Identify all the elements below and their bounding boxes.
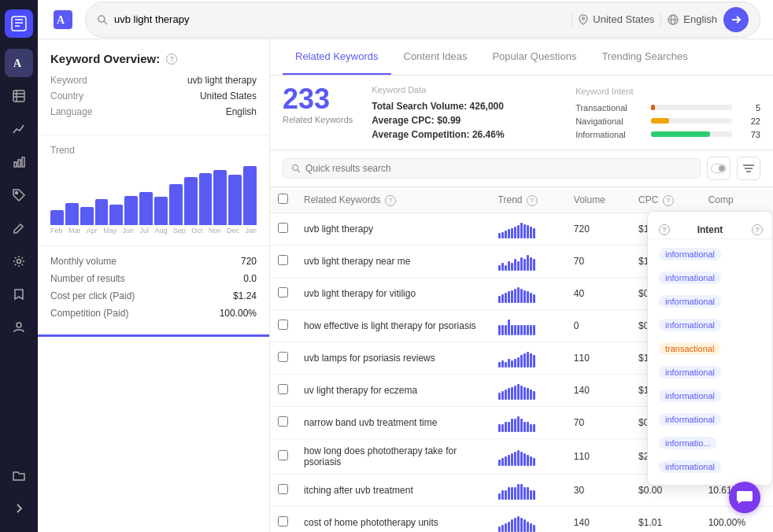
keyword-cell: itching after uvb treatment	[296, 475, 490, 507]
svg-line-24	[298, 170, 301, 173]
mini-bar	[527, 388, 529, 400]
dropdown-intent-item[interactable]: informatio...	[648, 431, 772, 455]
mini-bar	[511, 228, 513, 238]
tab-popular-questions[interactable]: Popular Questions	[479, 39, 589, 75]
kw-avg-competition: Average Competition: 26.46%	[372, 129, 557, 140]
col-keyword-info-icon[interactable]: ?	[385, 195, 396, 206]
svg-text:A: A	[57, 14, 65, 26]
chat-button[interactable]	[729, 482, 760, 513]
mini-bar	[517, 484, 520, 500]
location-selector[interactable]: United States	[579, 13, 654, 25]
keyword-search-input[interactable]	[114, 13, 565, 25]
row-checkbox[interactable]	[278, 287, 288, 297]
dropdown-intent-item[interactable]: informational	[648, 384, 772, 408]
sidebar-item-graph[interactable]	[5, 148, 33, 176]
dropdown-close-icon[interactable]: ?	[752, 224, 763, 235]
dropdown-intent-item[interactable]: informational	[648, 408, 772, 431]
kw-value-language: English	[226, 106, 257, 117]
mini-bar	[505, 390, 507, 400]
sidebar-item-users[interactable]	[5, 313, 33, 342]
quick-search-input[interactable]	[305, 163, 692, 174]
sidebar-item-edit[interactable]	[5, 214, 33, 242]
mini-bar	[511, 487, 513, 500]
tab-content-ideas[interactable]: Content Ideas	[391, 39, 480, 75]
row-checkbox[interactable]	[278, 223, 288, 233]
mini-bar	[511, 360, 513, 368]
row-checkbox[interactable]	[278, 255, 288, 265]
mini-bar	[505, 325, 507, 335]
mini-bar	[508, 359, 510, 368]
row-checkbox[interactable]	[278, 516, 288, 526]
trend-cell	[490, 507, 566, 533]
arrow-right-icon	[730, 14, 742, 25]
mini-bar	[508, 261, 510, 272]
mini-bar	[517, 450, 520, 466]
mini-bar	[508, 522, 510, 532]
row-checkbox[interactable]	[278, 450, 288, 460]
mini-bar	[511, 419, 513, 432]
sidebar-item-bookmark[interactable]	[5, 280, 33, 308]
kw-total-search-volume: Total Search Volume: 426,000	[372, 101, 557, 112]
trend-bar	[213, 170, 227, 225]
dropdown-intent-item[interactable]: informational	[648, 360, 772, 384]
col-cpc-info-icon[interactable]: ?	[663, 195, 674, 206]
row-checkbox[interactable]	[278, 416, 288, 427]
volume-cell: 70	[566, 246, 631, 278]
sidebar-item-text[interactable]: A	[5, 49, 33, 77]
toggle-button[interactable]	[707, 157, 730, 180]
row-checkbox[interactable]	[278, 484, 288, 494]
dropdown-intent-item[interactable]: informational	[648, 455, 772, 478]
dropdown-intent-item[interactable]: informational	[648, 266, 772, 290]
sidebar-item-chart[interactable]	[5, 115, 33, 143]
mini-bar	[527, 352, 529, 368]
svg-text:A: A	[13, 57, 22, 69]
keyword-count: 233	[283, 85, 330, 113]
dropdown-intent-item[interactable]: transactional	[648, 337, 772, 360]
tab-related-keywords[interactable]: Related Keywords	[283, 39, 391, 75]
kw-row-keyword: Keyword uvb light therapy	[50, 75, 257, 86]
mini-bar	[514, 359, 516, 368]
toggle-icon	[711, 164, 727, 173]
left-panel: Keyword Overview: ? Keyword uvb light th…	[38, 39, 270, 532]
intent-row-transactional: Transactional 5	[575, 103, 760, 113]
col-keyword: Related Keywords ?	[296, 187, 490, 213]
volume-cell: 0	[566, 310, 631, 342]
search-submit-button[interactable]	[723, 7, 749, 32]
mini-bar	[508, 455, 510, 466]
mini-bar	[501, 325, 504, 335]
mini-bar	[523, 290, 526, 303]
mini-bar	[533, 424, 535, 432]
dropdown-intent-item[interactable]: informational	[648, 313, 772, 337]
sidebar-item-table[interactable]	[5, 82, 33, 110]
sidebar-item-tag[interactable]	[5, 181, 33, 209]
sidebar-item-settings[interactable]	[5, 247, 33, 275]
app-logo[interactable]	[5, 9, 33, 38]
col-trend-info-icon[interactable]: ?	[527, 195, 538, 206]
row-checkbox[interactable]	[278, 320, 288, 330]
intent-badge: informational	[659, 319, 721, 331]
svg-point-26	[719, 165, 725, 172]
keyword-overview-info-icon[interactable]: ?	[166, 54, 177, 65]
search-divider-2	[660, 13, 661, 27]
language-selector[interactable]: English	[668, 13, 717, 25]
kw-label-language: Language	[50, 106, 92, 117]
filter-options-button[interactable]	[737, 157, 760, 180]
dropdown-info-icon[interactable]: ?	[659, 224, 670, 235]
intent-pct-informational: 73	[737, 130, 760, 139]
sidebar: A	[0, 0, 38, 532]
mini-bar	[533, 391, 535, 400]
mini-bar	[527, 455, 529, 466]
row-checkbox[interactable]	[278, 384, 288, 394]
mini-bar	[517, 225, 520, 238]
row-checkbox[interactable]	[278, 352, 288, 362]
dropdown-intent-item[interactable]: informational	[648, 242, 772, 266]
dropdown-intent-item[interactable]: informational	[648, 290, 772, 313]
mini-bar	[511, 290, 513, 303]
sidebar-expand-button[interactable]	[5, 494, 33, 523]
select-all-checkbox[interactable]	[278, 194, 288, 204]
mini-bar	[530, 257, 532, 272]
tab-trending-searches[interactable]: Trending Searches	[589, 39, 700, 75]
filter-search-icon	[291, 164, 301, 173]
mini-bar	[523, 325, 526, 335]
sidebar-item-folder[interactable]	[5, 461, 33, 490]
